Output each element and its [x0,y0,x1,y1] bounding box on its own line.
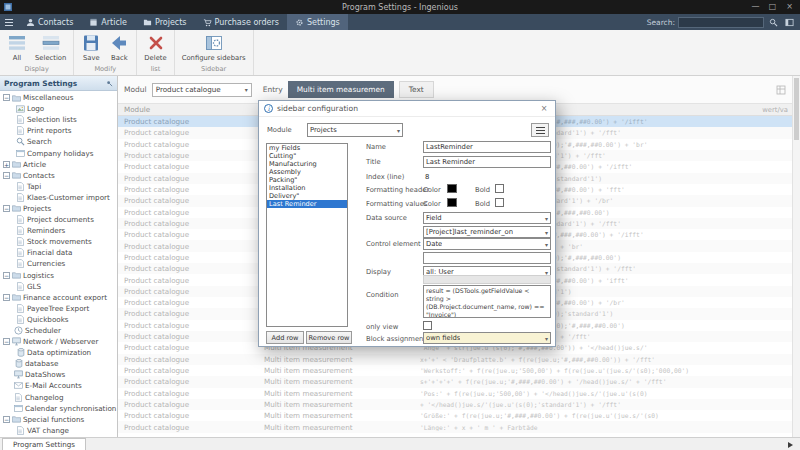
field-list-item-cutting[interactable]: Cutting" [267,152,347,160]
control-element-extra-field[interactable] [423,252,551,264]
table-row[interactable]: Product catalogueMulti item measurements… [118,376,792,387]
add-row-button[interactable]: Add row [266,331,304,344]
statusbar-tab-program-settings[interactable]: Program Settings [2,438,86,450]
tree-item-klaes-customer-import[interactable]: Klaes-Customer import [0,192,117,203]
data-source-field-select[interactable]: [Project]last_reminder_on ▾ [423,226,551,238]
search-input[interactable] [678,17,764,28]
tree-item-finance-account-export[interactable]: −Finance account export [0,292,117,303]
menu-icon[interactable] [531,123,549,137]
tree-item-tapi[interactable]: Tapi [0,181,117,192]
only-view-checkbox[interactable] [423,321,432,330]
collapse-icon[interactable]: − [3,338,10,345]
table-row[interactable]: Product catalogueMulti item measurementx… [118,354,792,365]
all-button[interactable]: All [3,31,31,62]
tree-item-quickbooks[interactable]: Quickbooks [0,314,117,325]
selection-button[interactable]: Selection [31,31,70,62]
header-bold-checkbox[interactable] [495,184,504,193]
table-row[interactable]: Product catalogueMulti item measurement'… [118,365,792,376]
field-list-item-my-fields[interactable]: my Fields [267,144,347,152]
condition-textarea[interactable]: result = (DSTools.getFieldValue < string… [423,285,551,318]
control-element-select[interactable]: Date ▾ [423,238,551,250]
table-row[interactable]: Product catalogueMulti item measurement'… [118,410,792,421]
collapse-icon[interactable]: − [3,272,10,279]
collapse-icon[interactable]: − [3,94,10,101]
table-row[interactable]: Product catalogueMulti item measurement'… [118,388,792,399]
tree-item-finacial-data[interactable]: Finacial data [0,247,117,258]
tree-item-special-functions[interactable]: −Special functions [0,414,117,425]
layout-icon[interactable] [776,85,786,95]
column-header-module[interactable]: Module [118,105,264,114]
header-color-swatch[interactable] [447,184,457,193]
tree-item-project-documents[interactable]: Project documents [0,214,117,225]
tree-item-reminders[interactable]: Reminders [0,225,117,236]
field-list-item-last-reminder[interactable]: Last Reminder [267,200,347,208]
tree-item-search[interactable]: Search [0,136,117,147]
dialog-close-icon[interactable]: × [538,104,550,113]
remove-row-button[interactable]: Remove row [306,331,352,344]
collapse-icon[interactable]: − [3,416,10,423]
tree-item-network-webserver[interactable]: −Network / Webserver [0,336,117,347]
tree-item-miscellaneous[interactable]: −Miscellaneous [0,92,117,103]
module-select[interactable]: Product catalogue ▾ [152,83,252,97]
tree-item-stock-movements[interactable]: Stock movements [0,236,117,247]
configure-sidebars-button[interactable]: Configure sidebars [178,31,250,62]
field-list-item-manufacturing[interactable]: Manufacturing [267,160,347,168]
collapse-icon[interactable]: − [3,172,10,179]
tree-item-logo[interactable]: Logo [0,103,117,114]
search-icon[interactable] [767,16,780,29]
tree-item-logistics[interactable]: −Logistics [0,270,117,281]
table-row[interactable]: Product catalogueMulti item measurement'… [118,421,792,432]
tree-item-projects[interactable]: −Projects [0,203,117,214]
tab-multi-item-measurement[interactable]: Multi item measuremen [288,81,394,98]
tree-item-print-reports[interactable]: Print reports [0,125,117,136]
field-list-item-delivery[interactable]: Delivery" [267,192,347,200]
save-button[interactable]: Save [77,31,105,62]
tree-item-payeetree-export[interactable]: PayeeTree Export [0,303,117,314]
tree-item-data-optimization[interactable]: Data optimization [0,347,117,358]
minimize-icon[interactable]: — [747,0,764,14]
back-button[interactable]: Back [105,31,133,62]
collapse-icon[interactable]: − [3,205,10,212]
data-source-select[interactable]: Field ▾ [423,212,551,224]
tab-projects[interactable]: Projects [135,14,195,30]
expand-icon[interactable]: + [3,161,10,168]
title-field[interactable]: Last Reminder [423,156,551,168]
tree-item-article[interactable]: +Article [0,159,117,170]
scrollbar-thumb[interactable] [794,78,799,140]
tree-item-datashows[interactable]: DataShows [0,369,117,380]
block-assignment-select[interactable]: own fields ▾ [423,332,551,344]
tree-item-currencies[interactable]: Currencies [0,258,117,269]
tree-item-scheduler[interactable]: Scheduler [0,325,117,336]
close-icon[interactable]: × [781,0,798,14]
field-list-item-installation[interactable]: Installation [267,184,347,192]
tree-item-calendar-synchronisation[interactable]: Calendar synchronisation [0,403,117,414]
tree-item-vat-change[interactable]: VAT change [0,425,117,436]
tab-settings[interactable]: Settings [287,14,348,30]
values-bold-checkbox[interactable] [495,198,504,207]
dialog-module-select[interactable]: Projects ▾ [307,123,403,137]
tree-item-selection-lists[interactable]: Selection lists [0,114,117,125]
values-color-swatch[interactable] [447,198,457,207]
delete-button[interactable]: Delete [140,31,170,62]
resize-grip-icon[interactable] [788,442,793,448]
tree-item-database[interactable]: database [0,358,117,369]
tab-purchase-orders[interactable]: Purchase orders [195,14,287,30]
tab-text[interactable]: Text [399,81,434,98]
collapse-icon[interactable]: − [3,294,10,301]
field-list-item-assembly[interactable]: Assembly [267,168,347,176]
tree-item-gls[interactable]: GLS [0,281,117,292]
vertical-scrollbar[interactable] [792,76,800,437]
pin-icon[interactable] [106,80,113,87]
tree-item-e-mail-accounts[interactable]: E-Mail Accounts [0,380,117,391]
tree-item-changelog[interactable]: Changelog [0,392,117,403]
tree-item-contacts[interactable]: −Contacts [0,170,117,181]
tree-item-company-holidays[interactable]: Company holidays [0,147,117,158]
panel-icon[interactable] [783,16,796,29]
table-row[interactable]: Product catalogueMulti item measurement+… [118,399,792,410]
tab-contacts[interactable]: Contacts [18,14,81,30]
tab-article[interactable]: Article [81,14,135,30]
maximize-icon[interactable]: □ [764,0,781,14]
name-field[interactable]: LastReminder [423,141,551,153]
app-menu-icon[interactable] [0,14,18,30]
index-field[interactable]: 8 [423,171,551,183]
